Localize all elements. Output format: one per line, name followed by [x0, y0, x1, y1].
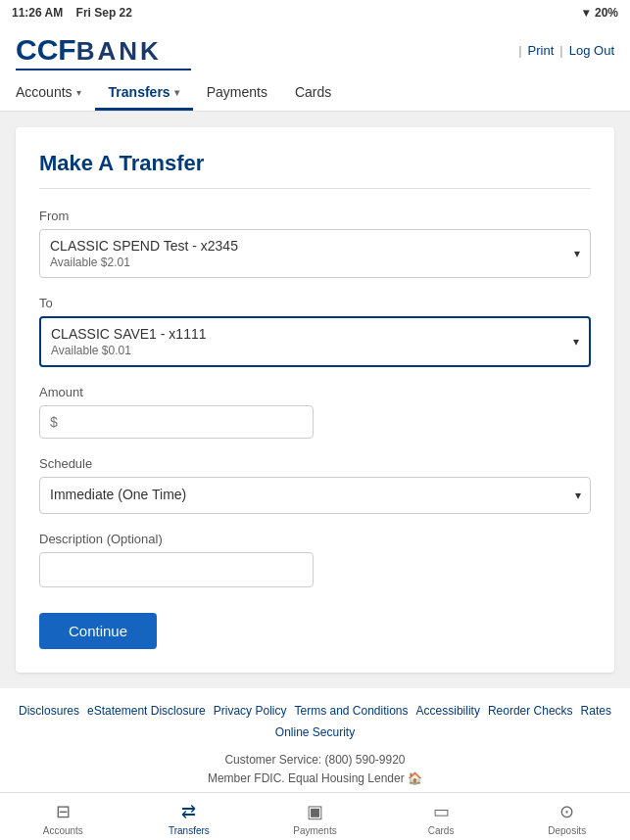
from-account-name: CLASSIC SPEND Test - x2345	[50, 238, 558, 254]
chevron-down-icon: ▾	[76, 87, 81, 98]
header: CCF BANK | Print | Log Out Accounts ▾ Tr…	[0, 25, 630, 112]
logout-link[interactable]: Log Out	[569, 43, 614, 58]
fdic-info: Member FDIC. Equal Housing Lender 🏠	[16, 770, 614, 788]
logo-bank: BANK	[76, 36, 162, 67]
footer-disclosures[interactable]: Disclosures	[19, 704, 79, 718]
status-time: 11:26 AM	[12, 6, 63, 20]
bottom-nav-accounts[interactable]: ⊟ Accounts	[33, 801, 92, 836]
header-divider2: |	[559, 43, 562, 58]
bottom-nav-deposits[interactable]: ⊙ Deposits	[538, 801, 597, 836]
payments-icon: ▣	[307, 801, 323, 822]
footer-terms[interactable]: Terms and Conditions	[294, 704, 408, 718]
from-account-select[interactable]: CLASSIC SPEND Test - x2345 Available $2.…	[39, 229, 591, 278]
continue-button[interactable]: Continue	[39, 613, 157, 649]
footer: Disclosures eStatement Disclosure Privac…	[0, 688, 630, 804]
nav-transfers[interactable]: Transfers ▾	[95, 76, 193, 111]
description-label: Description (Optional)	[39, 532, 591, 546]
footer-online-security[interactable]: Online Security	[275, 725, 355, 739]
footer-reorder[interactable]: Reorder Checks	[488, 704, 573, 718]
bottom-nav-payments-label: Payments	[293, 825, 336, 836]
chevron-down-icon: ▾	[174, 87, 179, 98]
description-input[interactable]	[39, 552, 314, 587]
to-account-available: Available $0.01	[51, 344, 557, 357]
print-link[interactable]: Print	[528, 43, 555, 58]
from-group: From CLASSIC SPEND Test - x2345 Availabl…	[39, 209, 591, 278]
chevron-down-icon: ▾	[574, 247, 580, 260]
footer-estatement[interactable]: eStatement Disclosure	[87, 704, 206, 718]
status-date: Fri Sep 22	[76, 6, 132, 20]
footer-info: Customer Service: (800) 590-9920 Member …	[16, 751, 614, 788]
status-bar: 11:26 AM Fri Sep 22 ▾ 20%	[0, 0, 630, 25]
page-title: Make A Transfer	[39, 151, 591, 189]
schedule-label: Schedule	[39, 456, 591, 471]
schedule-select[interactable]: Immediate (One Time) One Time Future Dat…	[39, 477, 591, 514]
bottom-nav-transfers-label: Transfers	[169, 825, 210, 836]
footer-rates[interactable]: Rates	[581, 704, 611, 718]
transfer-card: Make A Transfer From CLASSIC SPEND Test …	[16, 127, 614, 673]
logo: CCF BANK	[16, 33, 162, 67]
nav-payments[interactable]: Payments	[193, 76, 281, 111]
wifi-icon: ▾	[583, 6, 589, 20]
amount-input[interactable]	[39, 405, 314, 439]
nav-accounts[interactable]: Accounts ▾	[16, 76, 95, 111]
main-nav: Accounts ▾ Transfers ▾ Payments Cards	[16, 76, 614, 111]
bottom-nav-accounts-label: Accounts	[43, 825, 83, 836]
from-label: From	[39, 209, 591, 223]
to-account-name: CLASSIC SAVE1 - x1111	[51, 326, 557, 342]
bottom-nav-transfers[interactable]: ⇄ Transfers	[160, 801, 218, 836]
to-account-select[interactable]: CLASSIC SAVE1 - x1111 Available $0.01 ▾	[39, 316, 591, 367]
accounts-icon: ⊟	[56, 801, 71, 822]
cards-icon: ▭	[433, 801, 450, 822]
bottom-nav: ⊟ Accounts ⇄ Transfers ▣ Payments ▭ Card…	[0, 792, 630, 840]
transfers-icon: ⇄	[181, 801, 196, 822]
deposits-icon: ⊙	[559, 801, 574, 822]
main-content: Make A Transfer From CLASSIC SPEND Test …	[0, 112, 630, 688]
footer-accessibility[interactable]: Accessibility	[416, 704, 480, 718]
logo-ccf: CCF	[16, 33, 76, 67]
to-label: To	[39, 296, 591, 310]
description-group: Description (Optional)	[39, 532, 591, 587]
footer-links: Disclosures eStatement Disclosure Privac…	[16, 704, 614, 718]
footer-privacy[interactable]: Privacy Policy	[214, 704, 287, 718]
schedule-group: Schedule Immediate (One Time) One Time F…	[39, 456, 591, 514]
battery-icon: 20%	[595, 6, 618, 20]
header-divider: |	[518, 43, 521, 58]
to-group: To CLASSIC SAVE1 - x1111 Available $0.01…	[39, 296, 591, 367]
customer-service: Customer Service: (800) 590-9920	[16, 751, 614, 770]
amount-label: Amount	[39, 385, 591, 399]
amount-group: Amount	[39, 385, 591, 439]
nav-cards[interactable]: Cards	[281, 76, 345, 111]
bottom-nav-cards[interactable]: ▭ Cards	[412, 801, 470, 836]
chevron-down-icon: ▾	[573, 335, 579, 349]
bottom-nav-cards-label: Cards	[428, 825, 455, 836]
bottom-nav-deposits-label: Deposits	[548, 825, 586, 836]
from-account-available: Available $2.01	[50, 256, 558, 269]
bottom-nav-payments[interactable]: ▣ Payments	[285, 801, 344, 836]
